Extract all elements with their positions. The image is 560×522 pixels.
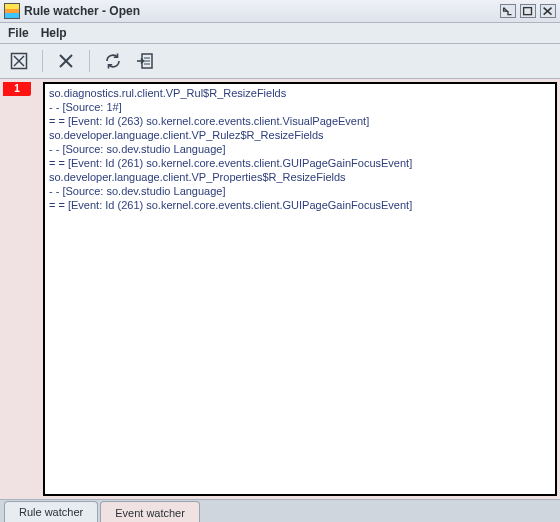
menubar: File Help [0,23,560,44]
tabbar: Rule watcher Event watcher [0,499,560,522]
log-line: = = [Event: Id (261) so.kernel.core.even… [49,156,551,170]
minimize-button[interactable] [500,4,516,18]
window-buttons [500,4,556,18]
titlebar: Rule watcher - Open [0,0,560,23]
toolbar-delete-button[interactable] [55,50,77,72]
toolbar-separator-2 [89,50,90,72]
app-window: Rule watcher - Open [0,0,560,522]
log-line: = = [Event: Id (263) so.kernel.core.even… [49,114,551,128]
toolbar-refresh-button[interactable] [102,50,124,72]
log-line: so.developer.language.client.VP_Rulez$R_… [49,128,551,142]
svg-rect-1 [524,8,532,15]
close-button[interactable] [540,4,556,18]
log-line: so.developer.language.client.VP_Properti… [49,170,551,184]
toolbar-separator-1 [42,50,43,72]
log-line: = = [Event: Id (261) so.kernel.core.even… [49,198,551,212]
menu-help[interactable]: Help [41,26,67,40]
log-line: - - [Source: so.dev.studio Language] [49,142,551,156]
minimize-icon [501,5,515,17]
content-area: 1 so.diagnostics.rul.client.VP_Rul$R_Res… [0,79,560,522]
tab-rule-watcher[interactable]: Rule watcher [4,501,98,522]
arrow-page-icon [136,52,154,70]
maximize-button[interactable] [520,4,536,18]
log-text-pane[interactable]: so.diagnostics.rul.client.VP_Rul$R_Resiz… [43,82,557,496]
log-line: - - [Source: so.dev.studio Language] [49,184,551,198]
menu-file[interactable]: File [8,26,29,40]
refresh-icon [104,52,122,70]
toolbar-clear-button[interactable] [8,50,30,72]
toolbar [0,44,560,79]
toolbar-goto-button[interactable] [134,50,156,72]
gutter-tag[interactable]: 1 [3,82,31,96]
close-icon [541,5,555,17]
clear-box-icon [10,52,28,70]
log-line: so.diagnostics.rul.client.VP_Rul$R_Resiz… [49,86,551,100]
content-body: 1 so.diagnostics.rul.client.VP_Rul$R_Res… [0,79,560,499]
gutter: 1 [3,82,43,496]
window-title: Rule watcher - Open [24,4,496,18]
app-icon [4,3,20,19]
log-line: - - [Source: 1#] [49,100,551,114]
maximize-icon [521,5,535,17]
tab-event-watcher[interactable]: Event watcher [100,501,200,522]
x-icon [57,52,75,70]
